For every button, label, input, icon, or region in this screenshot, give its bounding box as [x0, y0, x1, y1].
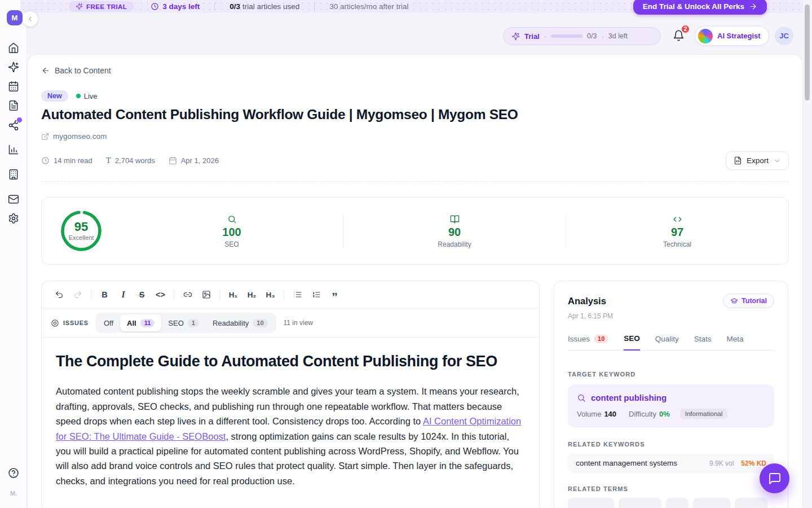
sidebar-footer-label: M. — [0, 490, 27, 497]
sidebar-item-home[interactable] — [8, 42, 19, 54]
back-to-content-link[interactable]: Back to Content — [41, 66, 111, 75]
page-title: Automated Content Publishing Workflow Gu… — [41, 107, 518, 122]
sidebar-item-share[interactable] — [8, 120, 19, 131]
sidebar-item-calendar[interactable] — [8, 81, 19, 92]
scrollbar-thumb[interactable] — [805, 5, 810, 100]
notifications-button[interactable]: 2 — [673, 29, 685, 43]
divider — [284, 289, 284, 300]
clock-icon — [41, 156, 50, 165]
redo-icon — [73, 290, 82, 299]
redo-button[interactable] — [68, 286, 87, 303]
publish-date: Apr 1, 2026 — [169, 156, 219, 165]
app-logo[interactable]: M — [7, 10, 23, 25]
trial-articles-used: 0/3 trial articles used — [230, 2, 299, 11]
file-code-icon — [734, 156, 742, 165]
filter-readability-count: 10 — [253, 319, 267, 327]
related-term-pill[interactable] — [735, 498, 767, 508]
tab-issues[interactable]: Issues 10 — [568, 334, 608, 350]
notifications-count-badge: 2 — [681, 24, 690, 34]
italic-button[interactable]: I — [114, 286, 133, 303]
tutorial-button[interactable]: Tutorial — [723, 294, 774, 308]
filter-readability[interactable]: Readability 10 — [206, 314, 275, 331]
site-domain-link[interactable]: mygomseo.com — [41, 132, 107, 141]
external-link-icon — [41, 133, 49, 141]
filter-off[interactable]: Off — [97, 314, 120, 331]
related-keyword-row[interactable]: content management systems 9.9K vol 52% … — [568, 453, 774, 473]
undo-button[interactable] — [50, 286, 68, 303]
issues-count-badge: 10 — [594, 335, 608, 343]
arrow-left-icon — [41, 66, 50, 75]
related-term-pill[interactable] — [568, 498, 614, 508]
article-paragraph: Automated content publishing stops the w… — [56, 384, 524, 488]
score-technical: 97 Technical — [566, 214, 788, 248]
related-term-pill[interactable] — [693, 498, 730, 508]
days-left: 3 days left — [151, 2, 200, 11]
sidebar-item-company[interactable] — [8, 169, 19, 180]
sidebar-item-analytics[interactable] — [8, 144, 19, 155]
keyword-intent-badge: Informational — [680, 409, 727, 419]
related-term-pill[interactable] — [666, 498, 689, 508]
sidebar-item-mail[interactable] — [8, 194, 19, 205]
eye-icon — [51, 319, 59, 327]
issues-in-view: 11 in view — [284, 319, 313, 327]
trial-progress-bar — [551, 34, 582, 38]
sidebar: M. — [0, 0, 27, 508]
link-button[interactable] — [178, 286, 197, 303]
inline-code-button[interactable]: <> — [151, 286, 170, 303]
blockquote-button[interactable]: ” — [325, 286, 344, 303]
sidebar-collapse-button[interactable] — [23, 11, 38, 27]
user-avatar[interactable]: JC — [775, 27, 793, 45]
word-count: T 2,704 words — [106, 156, 155, 165]
divider — [314, 2, 315, 11]
after-trial-note: 30 articles/mo after trial — [329, 2, 408, 11]
sidebar-item-ai[interactable] — [8, 62, 19, 73]
bullet-list-button[interactable] — [288, 286, 307, 303]
chat-bubble-icon — [768, 472, 782, 485]
keyword-volume: 140 — [604, 410, 616, 418]
mail-icon — [8, 194, 19, 205]
undo-icon — [55, 290, 64, 299]
ai-strategist-button[interactable]: AI Strategist — [695, 26, 769, 46]
related-terms-row — [568, 498, 774, 508]
ordered-list-icon — [312, 290, 321, 299]
tab-seo[interactable]: SEO — [624, 334, 640, 351]
read-time: 14 min read — [41, 156, 92, 165]
image-button[interactable] — [197, 286, 215, 303]
target-keyword-card[interactable]: content publishing Volume 140 Difficulty… — [568, 384, 774, 427]
heading1-button[interactable]: H₁ — [224, 286, 242, 303]
export-button[interactable]: Export — [726, 151, 789, 170]
related-term-pill[interactable] — [619, 498, 661, 508]
chevron-down-icon — [773, 157, 781, 165]
overall-score-value: 95 — [74, 221, 88, 233]
related-keywords-label: RELATED KEYWORDS — [568, 441, 774, 448]
tab-meta[interactable]: Meta — [727, 334, 744, 350]
article-body[interactable]: The Complete Guide to Automated Content … — [42, 338, 539, 488]
sidebar-item-settings[interactable] — [8, 213, 19, 224]
tab-stats[interactable]: Stats — [694, 334, 712, 350]
filter-seo[interactable]: SEO 1 — [161, 314, 206, 331]
tab-quality[interactable]: Quality — [655, 334, 679, 350]
article-meta: 14 min read T 2,704 words Apr 1, 2026 — [41, 156, 219, 165]
divider — [41, 181, 789, 182]
trial-status-pill[interactable]: Trial · 0/3 · 3d left — [503, 27, 661, 45]
book-open-icon — [450, 214, 460, 224]
issues-filter-bar: ISSUES Off All 11 SEO 1 Readability 10 — [42, 309, 539, 338]
sparkles-icon — [511, 32, 520, 41]
score-summary-card: 95 Excellent 100 SEO 90 Readability 97 T… — [41, 197, 789, 265]
code-icon — [672, 214, 683, 224]
end-trial-button[interactable]: End Trial & Unlock All Perks — [633, 0, 767, 15]
heading2-button[interactable]: H₂ — [242, 286, 261, 303]
editor-card: B I S <> H₁ H₂ H₃ ” — [41, 281, 540, 508]
home-icon — [8, 42, 19, 54]
filter-all[interactable]: All 11 — [120, 314, 161, 331]
strikethrough-button[interactable]: S — [133, 286, 151, 303]
sidebar-item-content[interactable] — [8, 100, 19, 111]
bold-button[interactable]: B — [95, 286, 114, 303]
ordered-list-button[interactable] — [307, 286, 325, 303]
trial-time-left: 3d left — [608, 32, 628, 40]
live-status: Live — [76, 92, 98, 100]
live-dot-icon — [76, 94, 81, 98]
heading3-button[interactable]: H₃ — [261, 286, 280, 303]
chat-widget-button[interactable] — [760, 463, 789, 493]
sidebar-item-help[interactable] — [8, 467, 19, 479]
